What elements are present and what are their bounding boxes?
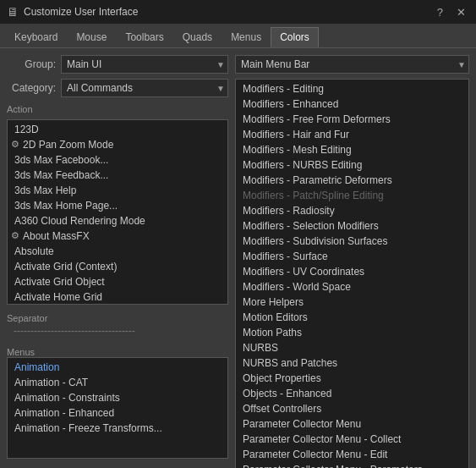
right-list-item[interactable]: Parameter Collector Menu - Parameters bbox=[236, 462, 468, 468]
right-list-item[interactable]: Modifiers - Free Form Deformers bbox=[236, 112, 468, 127]
right-list-item[interactable]: Modifiers - Selection Modifiers bbox=[236, 218, 468, 234]
title-bar: 🖥 Customize User Interface ? ✕ bbox=[0, 0, 476, 24]
main-menu-select[interactable]: Main Menu Bar bbox=[235, 55, 469, 74]
action-label: Action bbox=[7, 104, 228, 114]
actions-list: 123D⚙2D Pan Zoom Mode3ds Max Facebook...… bbox=[7, 119, 228, 305]
right-list-item[interactable]: Objects - Enhanced bbox=[236, 386, 468, 401]
action-item-icon: ⚙ bbox=[11, 139, 19, 150]
right-list-item[interactable]: Modifiers - Subdivision Surfaces bbox=[236, 234, 468, 249]
category-select-wrapper: All Commands ▼ bbox=[61, 79, 228, 97]
action-item[interactable]: 3ds Max Feedback... bbox=[8, 168, 227, 183]
right-list: Modifiers - EditingModifiers - EnhancedM… bbox=[235, 79, 469, 468]
action-item[interactable]: 3ds Max Facebook... bbox=[8, 152, 227, 168]
right-list-item[interactable]: Motion Paths bbox=[236, 325, 468, 340]
tab-toolbars[interactable]: Toolbars bbox=[116, 27, 172, 47]
tab-quads[interactable]: Quads bbox=[173, 27, 222, 47]
menu-item[interactable]: Animation - Enhanced bbox=[8, 405, 227, 421]
right-list-item[interactable]: Modifiers - Enhanced bbox=[236, 96, 468, 112]
right-list-item[interactable]: Modifiers - Editing bbox=[236, 81, 468, 96]
right-list-item[interactable]: Modifiers - UV Coordinates bbox=[236, 264, 468, 279]
right-list-item[interactable]: Motion Editors bbox=[236, 310, 468, 325]
action-item[interactable]: Activate Grid (Context) bbox=[8, 259, 227, 274]
tab-keyboard[interactable]: Keyboard bbox=[5, 27, 67, 47]
right-dropdown-wrapper: Main Menu Bar ▼ bbox=[235, 55, 469, 74]
right-list-item[interactable]: Modifiers - Patch/Spline Editing bbox=[236, 188, 468, 203]
menu-item[interactable]: Animation - Constraints bbox=[8, 390, 227, 405]
action-item[interactable]: Activate Home Grid bbox=[8, 289, 227, 305]
app-icon: 🖥 bbox=[7, 5, 19, 19]
menu-item[interactable]: Animation - CAT bbox=[8, 375, 227, 390]
right-panel: Main Menu Bar ▼ Modifiers - EditingModif… bbox=[235, 55, 469, 459]
action-item[interactable]: 3ds Max Help bbox=[8, 183, 227, 198]
tab-colors[interactable]: Colors bbox=[271, 27, 319, 47]
action-item[interactable]: Activate Grid Object bbox=[8, 274, 227, 289]
action-item[interactable]: 123D bbox=[8, 122, 227, 137]
tabs-bar: KeyboardMouseToolbarsQuadsMenusColors bbox=[0, 24, 476, 48]
action-item[interactable]: ⚙About MassFX bbox=[8, 228, 227, 244]
right-list-item[interactable]: Offset Controllers bbox=[236, 401, 468, 416]
right-list-item[interactable]: Modifiers - Hair and Fur bbox=[236, 127, 468, 142]
right-list-item[interactable]: Modifiers - World Space bbox=[236, 279, 468, 295]
category-select[interactable]: All Commands bbox=[61, 79, 228, 97]
group-label: Group: bbox=[7, 58, 56, 70]
right-list-item[interactable]: Modifiers - Parametric Deformers bbox=[236, 173, 468, 188]
tab-menus[interactable]: Menus bbox=[222, 27, 271, 47]
right-list-item[interactable]: Modifiers - Radiosity bbox=[236, 203, 468, 218]
right-list-item[interactable]: NURBS and Patches bbox=[236, 355, 468, 371]
right-list-item[interactable]: Modifiers - Surface bbox=[236, 249, 468, 264]
right-list-item[interactable]: Object Properties bbox=[236, 371, 468, 386]
right-list-item[interactable]: Parameter Collector Menu - Collect bbox=[236, 432, 468, 447]
group-select[interactable]: Main UI bbox=[61, 55, 228, 74]
action-item[interactable]: A360 Cloud Rendering Mode bbox=[8, 213, 227, 228]
separator-line: ------------------------------------ bbox=[7, 323, 228, 339]
right-list-item[interactable]: NURBS bbox=[236, 340, 468, 355]
right-list-item[interactable]: More Helpers bbox=[236, 295, 468, 310]
right-list-item[interactable]: Parameter Collector Menu bbox=[236, 416, 468, 432]
close-button[interactable]: ✕ bbox=[453, 6, 469, 19]
left-panel: Group: Main UI ▼ Category: All Commands … bbox=[7, 55, 228, 459]
help-button[interactable]: ? bbox=[434, 6, 446, 19]
menu-item[interactable]: Animation - Freeze Transforms... bbox=[8, 421, 227, 436]
window-title: Customize User Interface bbox=[24, 6, 138, 18]
category-label: Category: bbox=[7, 82, 56, 94]
right-list-item[interactable]: Modifiers - Mesh Editing bbox=[236, 142, 468, 157]
action-item[interactable]: ⚙2D Pan Zoom Mode bbox=[8, 137, 227, 152]
action-item[interactable]: Absolute bbox=[8, 244, 227, 259]
menus-list: AnimationAnimation - CATAnimation - Cons… bbox=[7, 357, 228, 459]
right-list-item[interactable]: Parameter Collector Menu - Edit bbox=[236, 447, 468, 462]
right-list-item[interactable]: Modifiers - NURBS Editing bbox=[236, 157, 468, 173]
menus-label: Menus bbox=[7, 347, 228, 357]
tab-mouse[interactable]: Mouse bbox=[67, 27, 116, 47]
menu-item[interactable]: Animation bbox=[8, 360, 227, 375]
action-item-icon: ⚙ bbox=[11, 230, 19, 241]
action-item[interactable]: 3ds Max Home Page... bbox=[8, 198, 227, 213]
separator-label: Separator bbox=[7, 313, 228, 323]
group-select-wrapper: Main UI ▼ bbox=[61, 55, 228, 74]
